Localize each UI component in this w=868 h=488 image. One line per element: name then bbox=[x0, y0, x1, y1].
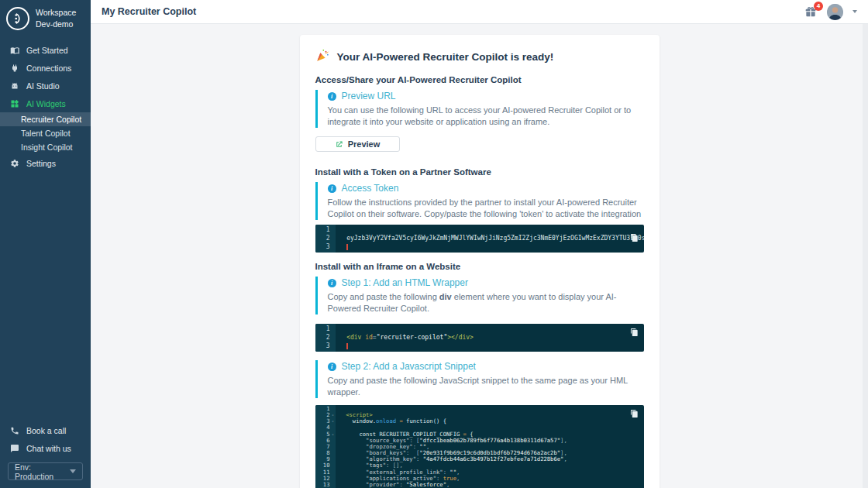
environment-select[interactable]: Env: Production bbox=[8, 462, 83, 480]
line-number: 3 bbox=[315, 342, 336, 350]
code-line: 12 "applications_active": true, bbox=[315, 476, 644, 482]
html-wrapper-code-block[interactable]: 12 <div id="recruiter-copilot"></div>3 bbox=[315, 324, 644, 352]
code-text: "dropzone_key": "", bbox=[336, 444, 430, 450]
sidebar: Workspace Dev-demo Get StartedConnection… bbox=[0, 0, 91, 488]
line-number: 8 bbox=[315, 450, 336, 456]
code-text bbox=[336, 342, 349, 350]
code-line: 13 "provider": "Salesforce", bbox=[315, 482, 644, 488]
chevron-down-icon[interactable] bbox=[852, 10, 857, 13]
workspace-switcher[interactable]: Workspace Dev-demo bbox=[0, 0, 91, 35]
access-token-info: Access Token Follow the instructions pro… bbox=[315, 182, 644, 220]
code-text bbox=[336, 242, 349, 251]
token-section-heading: Install with a Token on a Partner Softwa… bbox=[315, 167, 644, 177]
code-text: "external_profile_link": "", bbox=[336, 469, 460, 476]
line-number: 2 bbox=[315, 333, 336, 342]
line-number: 7 bbox=[315, 444, 336, 450]
copy-icon[interactable] bbox=[630, 233, 639, 242]
code-text: eyJzb3VyY2Vfa2V5cyI6WyJkZmNjMWJlYWIwNjJi… bbox=[336, 234, 644, 242]
page-title: My Recruiter Copilot bbox=[102, 6, 196, 17]
code-line: 1 bbox=[315, 406, 644, 412]
text-cursor bbox=[346, 343, 348, 349]
line-number: 5- bbox=[315, 431, 336, 438]
notification-badge: 4 bbox=[814, 2, 823, 11]
code-line: 6 "source_keys": ["dfcc1beab062b789fb6f7… bbox=[315, 438, 644, 444]
sidebar-item-ai-studio[interactable]: AI Studio bbox=[0, 77, 91, 95]
line-number: 6 bbox=[315, 438, 336, 444]
scrollbar[interactable] bbox=[863, 24, 868, 488]
code-text: <div id="recruiter-copilot"></div> bbox=[336, 333, 474, 342]
line-number: 3- bbox=[315, 418, 336, 424]
code-text: "algorithm_key": "4a47fdcb44a6c3b497b12f… bbox=[336, 456, 567, 462]
hrflow-logo bbox=[6, 7, 29, 30]
line-number: 1 bbox=[315, 225, 336, 234]
info-icon bbox=[328, 279, 336, 287]
preview-url-info: Preview URL You can use the following UR… bbox=[315, 90, 644, 128]
code-text: "provider": "Salesforce", bbox=[336, 482, 450, 488]
info-icon bbox=[328, 363, 336, 371]
step2-info: Step 2: Add a Javascript Snippet Copy an… bbox=[315, 360, 644, 398]
sidebar-item-label: Connections bbox=[26, 64, 71, 73]
line-number: 1 bbox=[315, 325, 336, 333]
sidebar-item-chat-with-us[interactable]: Chat with us bbox=[0, 439, 91, 457]
code-line: 2 <div id="recruiter-copilot"></div> bbox=[315, 333, 644, 342]
sidebar-subitem-talent-copilot[interactable]: Talent Copilot bbox=[0, 126, 91, 140]
party-popper-icon bbox=[315, 48, 330, 66]
sidebar-spacer bbox=[0, 172, 91, 421]
sidebar-item-label: AI Studio bbox=[26, 81, 60, 91]
workspace-name: Dev-demo bbox=[36, 19, 76, 30]
sidebar-subnav: Recruiter CopilotTalent CopilotInsight C… bbox=[0, 112, 91, 154]
code-text bbox=[336, 225, 339, 234]
sidebar-item-label: Settings bbox=[26, 159, 56, 168]
code-line: 3 bbox=[315, 342, 644, 350]
ready-heading: Your AI-Powered Recruiter Copilot is rea… bbox=[337, 51, 554, 63]
code-line: 1 bbox=[315, 325, 644, 333]
code-line: 10 "tags": [], bbox=[315, 462, 644, 469]
code-line: 9 "algorithm_key": "4a47fdcb44a6c3b497b1… bbox=[315, 456, 644, 462]
access-token-code-block[interactable]: 12 eyJzb3VyY2Vfa2V5cyI6WyJkZmNjMWJlYWIwN… bbox=[315, 225, 644, 253]
chat-icon bbox=[9, 443, 19, 453]
info-icon bbox=[328, 92, 336, 101]
code-line: 3 bbox=[315, 242, 644, 251]
sidebar-subitem-recruiter-copilot[interactable]: Recruiter Copilot bbox=[0, 112, 91, 126]
sidebar-subitem-label: Insight Copilot bbox=[21, 143, 73, 152]
iframe-section-heading: Install with an Iframe on a Website bbox=[315, 262, 644, 271]
code-line: 2- <script> bbox=[315, 412, 644, 418]
code-text: "board_keys": ["20e931f9b69c19c6d0db1bdf… bbox=[336, 450, 567, 456]
sidebar-subitem-insight-copilot[interactable]: Insight Copilot bbox=[0, 140, 91, 154]
code-text bbox=[336, 406, 339, 412]
sidebar-nav: Get StartedConnectionsAI StudioAI Widget… bbox=[0, 41, 91, 112]
code-text bbox=[336, 424, 339, 431]
step2-description: Copy and paste the following JavaScript … bbox=[328, 375, 644, 398]
sidebar-item-settings[interactable]: Settings bbox=[0, 154, 91, 172]
code-line: 1 bbox=[315, 225, 644, 234]
preview-button-label: Preview bbox=[348, 139, 381, 149]
step1-label: Step 1: Add an HTML Wrapper bbox=[342, 277, 468, 288]
sidebar-item-connections[interactable]: Connections bbox=[0, 59, 91, 77]
workspace-label: Workspace bbox=[36, 7, 76, 19]
fold-marker[interactable]: - bbox=[331, 431, 334, 438]
copy-icon[interactable] bbox=[630, 409, 639, 418]
sidebar-item-ai-widgets[interactable]: AI Widgets bbox=[0, 95, 91, 112]
code-text: <script> bbox=[336, 412, 373, 418]
code-line: 11 "external_profile_link": "", bbox=[315, 469, 644, 476]
code-text: window.onload = function() { bbox=[336, 418, 447, 424]
sidebar-item-get-started[interactable]: Get Started bbox=[0, 41, 91, 59]
step1-description: Copy and paste the following div element… bbox=[328, 291, 644, 314]
sidebar-item-book-a-call[interactable]: Book a call bbox=[0, 421, 91, 439]
book-icon bbox=[9, 45, 19, 55]
line-number: 3 bbox=[315, 242, 336, 251]
gift-icon[interactable]: 4 bbox=[804, 5, 818, 19]
javascript-snippet-code-block[interactable]: 12- <script>3- window.onload = function(… bbox=[315, 405, 644, 488]
sidebar-nav-bottom: Settings bbox=[0, 154, 91, 172]
sidebar-item-label: AI Widgets bbox=[26, 99, 66, 108]
gear-icon bbox=[9, 158, 19, 168]
share-section-heading: Access/Share your AI-Powered Recruiter C… bbox=[315, 75, 644, 84]
user-avatar[interactable] bbox=[827, 4, 843, 20]
copy-icon[interactable] bbox=[630, 328, 639, 337]
phone-icon bbox=[9, 425, 19, 435]
text-cursor bbox=[346, 244, 348, 250]
fold-marker[interactable]: - bbox=[331, 418, 334, 424]
plug-icon bbox=[9, 63, 19, 73]
preview-url-description: You can use the following URL to access … bbox=[328, 105, 644, 128]
preview-button[interactable]: Preview bbox=[315, 136, 400, 152]
